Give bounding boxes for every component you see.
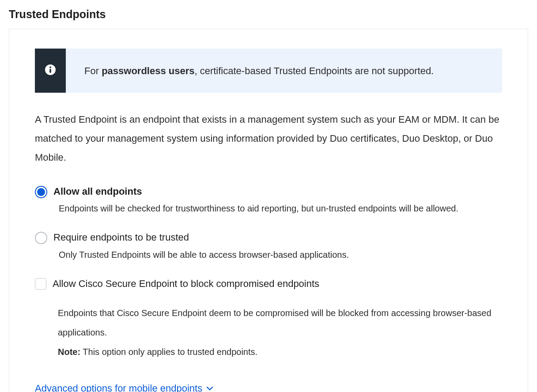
radio-input-require-trusted[interactable] — [35, 232, 47, 244]
advanced-options-label: Advanced options for mobile endpoints — [35, 383, 202, 392]
option-subtext-require-trusted: Only Trusted Endpoints will be able to a… — [53, 248, 502, 261]
option-content: Allow all endpoints Endpoints will be ch… — [53, 185, 502, 215]
svg-rect-2 — [49, 69, 51, 73]
info-banner: For passwordless users, certificate-base… — [35, 49, 502, 93]
option-label-require-trusted: Require endpoints to be trusted — [53, 231, 502, 245]
chevron-down-icon — [206, 384, 214, 392]
info-banner-text: For passwordless users, certificate-base… — [66, 49, 502, 93]
radio-selected-dot — [37, 188, 45, 196]
radio-allow-all[interactable]: Allow all endpoints Endpoints will be ch… — [35, 185, 502, 215]
checkbox-secure-endpoint-row[interactable]: Allow Cisco Secure Endpoint to block com… — [35, 277, 502, 291]
secure-endpoint-note: Note: This option only applies to truste… — [58, 342, 502, 362]
secure-endpoint-description: Endpoints that Cisco Secure Endpoint dee… — [58, 303, 502, 342]
secure-endpoint-subsection: Endpoints that Cisco Secure Endpoint dee… — [35, 303, 502, 362]
info-prefix: For — [84, 65, 102, 76]
option-label-allow-all: Allow all endpoints — [53, 185, 502, 199]
svg-point-1 — [49, 67, 51, 68]
info-icon — [44, 64, 57, 78]
trusted-endpoints-description: A Trusted Endpoint is an endpoint that e… — [35, 110, 502, 167]
radio-input-allow-all[interactable] — [35, 186, 47, 198]
info-suffix: , certificate-based Trusted Endpoints ar… — [194, 65, 434, 76]
endpoint-policy-group: Allow all endpoints Endpoints will be ch… — [35, 185, 502, 362]
checkbox-secure-endpoint[interactable] — [35, 278, 46, 290]
note-label: Note: — [58, 347, 80, 357]
option-content: Require endpoints to be trusted Only Tru… — [53, 231, 502, 261]
page-title: Trusted Endpoints — [9, 8, 528, 21]
info-icon-container — [35, 49, 66, 93]
note-text: This option only applies to trusted endp… — [80, 347, 257, 357]
info-bold: passwordless users — [102, 65, 194, 76]
checkbox-label-secure-endpoint: Allow Cisco Secure Endpoint to block com… — [53, 277, 319, 291]
trusted-endpoints-panel: For passwordless users, certificate-base… — [9, 29, 528, 392]
radio-require-trusted[interactable]: Require endpoints to be trusted Only Tru… — [35, 231, 502, 261]
option-subtext-allow-all: Endpoints will be checked for trustworth… — [53, 202, 502, 215]
advanced-options-link[interactable]: Advanced options for mobile endpoints — [35, 383, 214, 392]
